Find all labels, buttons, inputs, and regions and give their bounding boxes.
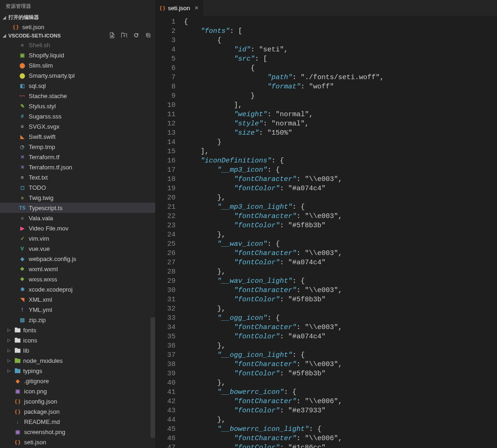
file-icon: ❖: [19, 275, 26, 283]
close-icon[interactable]: ×: [193, 4, 198, 12]
file-item[interactable]: ◧sql.sql: [0, 81, 155, 91]
file-label: Text.txt: [29, 174, 48, 181]
code-line: "__bowerrc_icon_light": {: [184, 425, 497, 434]
file-item[interactable]: ⟐Twig.twig: [0, 193, 155, 203]
line-number: 23: [159, 221, 176, 230]
file-item[interactable]: ⟐Shell.sh: [0, 40, 155, 50]
workspace-header[interactable]: ◢ VSCODE-SETI-ICONS: [0, 31, 155, 40]
file-item[interactable]: ▣Shopify.liquid: [0, 50, 155, 60]
file-item[interactable]: ▶Video File.mov: [0, 223, 155, 233]
file-item[interactable]: ~~Stache.stache: [0, 91, 155, 101]
file-label: YML.yml: [29, 306, 52, 313]
open-editor-item[interactable]: { } seti.json: [0, 22, 155, 31]
file-icon: ↓: [14, 418, 21, 425]
file-icon: ≡: [19, 123, 26, 130]
file-tree[interactable]: ⟐Shell.sh▣Shopify.liquid⬤Slim.slim⬤Smart…: [0, 40, 155, 448]
file-icon: !: [19, 306, 26, 313]
file-item[interactable]: { }jsconfig.json: [0, 396, 155, 406]
code-editor[interactable]: 1234567891011121314151617181920212223242…: [155, 16, 497, 448]
code-line: {: [184, 64, 497, 73]
file-item[interactable]: ◔Temp.tmp: [0, 142, 155, 152]
folder-item[interactable]: ▷icons: [0, 335, 155, 345]
folder-item[interactable]: ▷node_modules: [0, 355, 155, 366]
file-item[interactable]: ◣Swift.swift: [0, 131, 155, 142]
line-number: 41: [159, 388, 176, 397]
line-number: 9: [159, 92, 176, 101]
file-item[interactable]: !YML.yml: [0, 305, 155, 315]
line-number: 35: [159, 332, 176, 342]
file-item[interactable]: ◆.gitignore: [0, 376, 155, 386]
code-line: "__wav_icon_light": {: [184, 277, 497, 286]
line-number: 34: [159, 323, 176, 332]
scrollbar-thumb[interactable]: [151, 317, 155, 438]
folder-item[interactable]: ▷fonts: [0, 325, 155, 335]
line-number: 30: [159, 286, 176, 295]
file-item[interactable]: Vvue.vue: [0, 243, 155, 254]
file-item[interactable]: ✕Terraform.tf.json: [0, 162, 155, 172]
file-item[interactable]: { }package.json: [0, 406, 155, 417]
file-icon: ~~: [19, 92, 26, 100]
new-folder-icon[interactable]: [121, 32, 127, 39]
code-line: "__bowerrc_icon": {: [184, 388, 497, 397]
line-number: 36: [159, 342, 176, 351]
folder-icon: [14, 357, 21, 364]
file-icon: ⬤: [19, 72, 26, 79]
file-item[interactable]: ≡Text.txt: [0, 172, 155, 182]
folder-item[interactable]: ▷typings: [0, 366, 155, 376]
open-editors-header[interactable]: ◢ 打开的编辑器: [0, 12, 155, 22]
code-line: "fontCharacter": "\\e003",: [184, 323, 497, 332]
file-item[interactable]: ▤zip.zip: [0, 315, 155, 325]
file-item[interactable]: ✕Terraform.tf: [0, 152, 155, 162]
tab-bar: { } seti.json ×: [155, 0, 497, 16]
file-item[interactable]: ◈webpack.config.js: [0, 254, 155, 264]
line-number: 47: [159, 443, 176, 448]
file-item[interactable]: ◥XML.xml: [0, 294, 155, 305]
line-number: 2: [159, 27, 176, 36]
file-label: TODO: [29, 184, 46, 191]
file-item[interactable]: ⬤Smarty.smarty.tpl: [0, 70, 155, 81]
line-number: 28: [159, 268, 176, 277]
refresh-icon[interactable]: [133, 32, 139, 39]
code-line: {: [184, 36, 497, 45]
collapse-all-icon[interactable]: [145, 32, 151, 39]
file-item[interactable]: ✱xcode.xcodeproj: [0, 284, 155, 294]
code-line: "format": "woff": [184, 82, 497, 92]
file-item[interactable]: ▣icon.png: [0, 386, 155, 396]
line-number: 19: [159, 184, 176, 193]
code-line: "fontColor": "#a074c4": [184, 332, 497, 342]
folder-item[interactable]: ▷lib: [0, 345, 155, 355]
file-item[interactable]: ✎Stylus.styl: [0, 101, 155, 111]
code-line: "__ogg_icon": {: [184, 314, 497, 323]
file-item[interactable]: ≡SVGX.svgx: [0, 121, 155, 131]
line-number: 1: [159, 18, 176, 27]
file-item[interactable]: ✓vim.vim: [0, 233, 155, 243]
file-icon: ✕: [19, 163, 26, 171]
line-number: 31: [159, 295, 176, 305]
file-item[interactable]: ⬤Slim.slim: [0, 60, 155, 70]
file-item[interactable]: { }seti.json: [0, 437, 155, 447]
code-line: ],: [184, 101, 497, 110]
line-number: 22: [159, 212, 176, 221]
file-label: Terraform.tf.json: [29, 164, 72, 171]
file-item[interactable]: ❖wxss.wxss: [0, 274, 155, 284]
file-item[interactable]: #Sugarss.sss: [0, 111, 155, 121]
code-content[interactable]: { "fonts": [ { "id": "seti", "src": [ { …: [184, 16, 497, 448]
code-line: ],: [184, 147, 497, 156]
line-number: 21: [159, 203, 176, 212]
line-number: 33: [159, 314, 176, 323]
file-label: README.md: [24, 418, 60, 425]
code-line: },: [184, 416, 497, 425]
new-file-icon[interactable]: [109, 32, 115, 39]
tab-seti-json[interactable]: { } seti.json ×: [155, 0, 203, 16]
file-item[interactable]: ❖wxml.wxml: [0, 264, 155, 274]
file-item[interactable]: TSTypescript.ts: [0, 203, 155, 213]
code-line: "__wav_icon": {: [184, 240, 497, 249]
file-item[interactable]: ◻TODO: [0, 182, 155, 193]
file-label: sql.sql: [29, 82, 46, 89]
file-item[interactable]: ▣screenshot.png: [0, 427, 155, 437]
line-number: 27: [159, 258, 176, 268]
line-number-gutter: 1234567891011121314151617181920212223242…: [155, 16, 184, 448]
file-label: xcode.xcodeproj: [29, 286, 73, 293]
file-item[interactable]: ⟐Vala.vala: [0, 213, 155, 223]
file-item[interactable]: ↓README.md: [0, 417, 155, 427]
